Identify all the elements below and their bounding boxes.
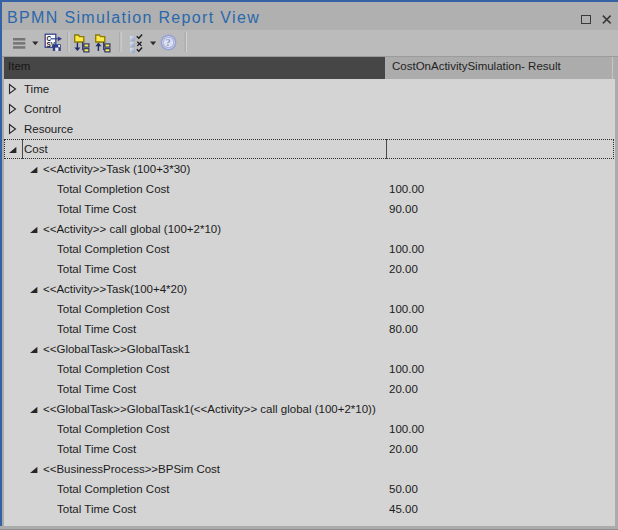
svg-text:?: ? — [165, 37, 170, 48]
